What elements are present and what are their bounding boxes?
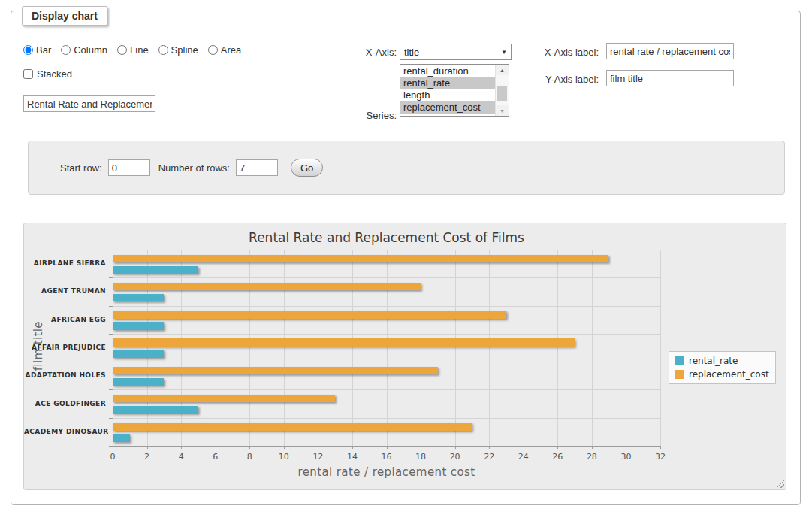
- panel-title: Display chart: [22, 6, 107, 26]
- resize-handle[interactable]: [776, 480, 784, 488]
- chart-type-option-area: Area: [208, 44, 241, 56]
- bar-replacement_cost[interactable]: [113, 311, 506, 319]
- series-option-rental_rate[interactable]: rental_rate: [400, 77, 495, 89]
- gridline-v: [113, 250, 113, 446]
- gridline-h: [113, 389, 660, 390]
- gridline-v: [352, 250, 353, 446]
- num-rows-input[interactable]: [236, 159, 278, 176]
- y-axis-title: film title: [32, 321, 45, 371]
- scroll-up-icon[interactable]: ▲: [496, 65, 509, 75]
- x-axis-label-label: X-Axis label:: [512, 47, 599, 58]
- series-option-replacement_cost[interactable]: replacement_cost: [400, 101, 495, 114]
- series-select-label: Series:: [317, 110, 397, 121]
- series-listbox[interactable]: rental_durationrental_ratelengthreplacem…: [400, 64, 509, 117]
- rows-panel: Start row: Number of rows: Go: [28, 141, 785, 195]
- bar-rental_rate[interactable]: [113, 350, 164, 358]
- scrollbar-thumb[interactable]: [497, 86, 507, 101]
- y-tick: [109, 250, 113, 250]
- start-row-input[interactable]: [108, 159, 150, 176]
- bar-replacement_cost[interactable]: [113, 338, 575, 347]
- chevron-down-icon: ▼: [501, 49, 507, 56]
- series-scrollbar[interactable]: ▲ ▼: [495, 65, 509, 116]
- stacked-label: Stacked: [37, 68, 72, 80]
- gridline-v: [284, 250, 285, 446]
- y-tick: [109, 277, 113, 278]
- bar-replacement_cost[interactable]: [113, 395, 335, 403]
- category-label: ACADEMY DINOSAUR: [24, 428, 106, 435]
- chart-type-label-spline: Spline: [171, 44, 198, 56]
- x-axis-title: rental rate / replacement cost: [113, 465, 660, 479]
- bar-rental_rate[interactable]: [113, 378, 164, 386]
- gridline-v: [249, 250, 250, 446]
- stacked-row: Stacked: [23, 68, 72, 80]
- chart-type-radio-column[interactable]: [61, 45, 71, 55]
- bar-rental_rate[interactable]: [113, 406, 198, 414]
- gridline-v: [318, 250, 318, 446]
- bar-rental_rate[interactable]: [113, 294, 164, 302]
- x-tick-label: 12: [306, 452, 329, 462]
- x-tick-label: 14: [341, 452, 364, 462]
- x-tick-label: 28: [581, 452, 603, 462]
- category-label: AGENT TRUMAN: [24, 287, 106, 295]
- chart-container: Rental Rate and Replacement Cost of Film…: [23, 223, 786, 490]
- gridline-v: [626, 250, 626, 446]
- bar-rental_rate[interactable]: [113, 322, 164, 330]
- legend-item-rental_rate[interactable]: rental_rate: [675, 356, 769, 366]
- bar-replacement_cost[interactable]: [113, 367, 438, 375]
- chart-type-group: BarColumnLineSplineArea: [23, 44, 241, 56]
- series-option-length[interactable]: length: [400, 89, 495, 101]
- go-button[interactable]: Go: [291, 159, 323, 177]
- scroll-down-icon[interactable]: ▼: [496, 105, 509, 116]
- legend-swatch-rental_rate: [675, 356, 684, 365]
- series-options: rental_durationrental_ratelengthreplacem…: [400, 65, 495, 116]
- y-tick: [109, 306, 113, 307]
- x-axis-select[interactable]: title ▼: [400, 44, 512, 60]
- bar-replacement_cost[interactable]: [113, 423, 472, 431]
- bar-rental_rate[interactable]: [113, 434, 130, 442]
- chart-type-radio-area[interactable]: [208, 45, 218, 55]
- gridline-v: [147, 250, 148, 446]
- chart-title-input[interactable]: [23, 95, 155, 112]
- stacked-checkbox[interactable]: [23, 69, 33, 79]
- legend-label-replacement_cost: replacement_cost: [689, 369, 769, 380]
- chart-type-option-bar: Bar: [23, 44, 51, 56]
- gridline-h: [113, 250, 660, 250]
- display-chart-panel: Display chart BarColumnLineSplineArea St…: [11, 11, 801, 505]
- gridline-v: [216, 250, 216, 446]
- gridline-v: [557, 250, 558, 446]
- gridline-h: [113, 306, 660, 307]
- chart-type-label-bar: Bar: [36, 44, 51, 56]
- category-label: ACE GOLDFINGER: [24, 400, 106, 407]
- chart-type-option-column: Column: [61, 44, 107, 56]
- legend-item-replacement_cost[interactable]: replacement_cost: [675, 369, 769, 380]
- chart-type-radio-spline[interactable]: [158, 45, 168, 55]
- x-tick-label: 22: [478, 452, 500, 462]
- series-option-rental_duration[interactable]: rental_duration: [400, 65, 495, 77]
- chart-type-radio-bar[interactable]: [23, 45, 33, 55]
- x-axis-label-input[interactable]: [606, 43, 734, 59]
- x-tick-label: 6: [204, 452, 227, 462]
- bar-replacement_cost[interactable]: [113, 283, 421, 291]
- category-label: AIRPLANE SIERRA: [24, 259, 106, 267]
- gridline-v: [181, 250, 182, 446]
- y-axis-label-input[interactable]: [606, 70, 734, 86]
- gridline-v: [387, 250, 388, 446]
- x-tick-label: 16: [376, 452, 398, 462]
- legend-label-rental_rate: rental_rate: [689, 356, 738, 366]
- x-axis-select-value: title: [404, 47, 501, 58]
- x-axis-line: [113, 446, 661, 447]
- gridline-h: [113, 362, 660, 362]
- gridline-v: [489, 250, 490, 446]
- chart-title: Rental Rate and Replacement Cost of Film…: [113, 230, 660, 245]
- chart-type-radio-line[interactable]: [117, 45, 127, 55]
- x-tick-label: 2: [136, 452, 158, 462]
- chart-legend: rental_ratereplacement_cost: [669, 351, 776, 384]
- bar-rental_rate[interactable]: [113, 266, 198, 274]
- x-tick-label: 0: [101, 452, 124, 462]
- bar-replacement_cost[interactable]: [113, 255, 608, 263]
- chart-type-label-line: Line: [130, 44, 149, 56]
- chart-type-option-spline: Spline: [158, 44, 198, 56]
- legend-swatch-replacement_cost: [675, 370, 684, 379]
- num-rows-label: Number of rows:: [158, 162, 230, 174]
- x-tick-label: 4: [170, 452, 192, 462]
